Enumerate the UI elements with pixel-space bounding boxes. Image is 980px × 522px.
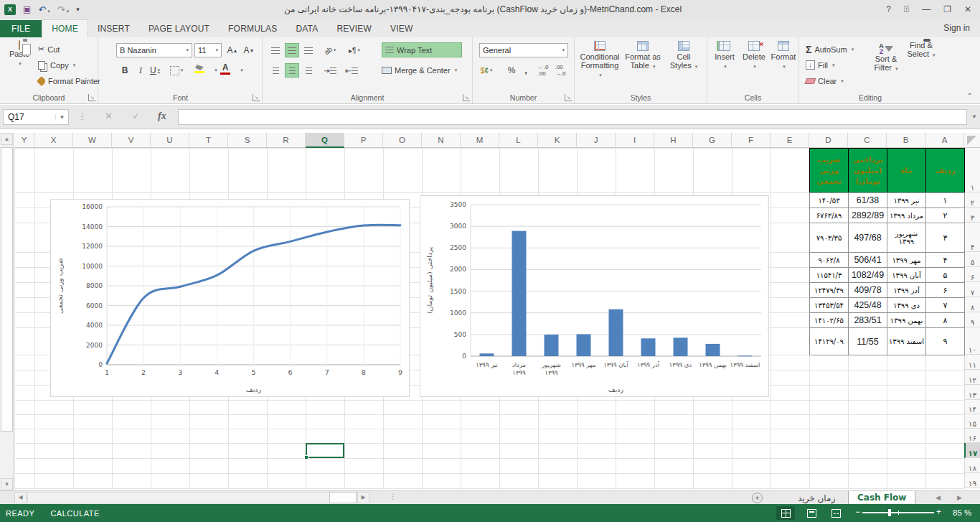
scroll-left-icon[interactable]: ◀ <box>14 492 27 503</box>
scroll-right-icon[interactable]: ▶ <box>357 492 369 503</box>
table-header-b[interactable]: ماه <box>887 148 926 193</box>
sheet-tab-Cash-Flow[interactable]: Cash Flow <box>848 491 915 505</box>
conditional-formatting-button[interactable]: ConditionalFormatting ▾ <box>579 39 621 80</box>
cell-B9[interactable]: بهمن ۱۳۹۹ <box>887 312 926 328</box>
column-header-B[interactable]: B <box>887 133 925 148</box>
clear-button[interactable]: Clear▾ <box>806 73 844 88</box>
horizontal-scroll-thumb[interactable] <box>329 492 357 503</box>
close-icon[interactable]: ✕ <box>964 4 971 14</box>
redo-icon[interactable]: ↷▾ <box>57 4 69 15</box>
decrease-decimal-button[interactable]: .00→.0 <box>553 63 567 78</box>
format-as-table-button[interactable]: Format asTable ▾ <box>622 39 664 71</box>
cell-B7[interactable]: آذر ۱۳۹۹ <box>887 282 926 298</box>
undo-icon[interactable]: ↶▾ <box>38 4 50 15</box>
cell-A10[interactable]: ۹ <box>925 327 965 355</box>
bar-chart[interactable]: 0500100015002000250030003500تیر ۱۳۹۹مردا… <box>420 195 769 397</box>
number-format-select[interactable]: General▾ <box>479 43 568 57</box>
scroll-down-icon[interactable]: ▼ <box>1 478 13 490</box>
cell-B3[interactable]: مرداد ۱۳۹۹ <box>887 208 926 223</box>
column-header-M[interactable]: M <box>461 133 499 148</box>
vertical-scrollbar[interactable]: ▲ ▼ <box>0 133 14 490</box>
orientation-button[interactable]: ab▾ <box>323 43 337 57</box>
grow-font-button[interactable]: A▲ <box>225 43 240 57</box>
horizontal-scrollbar[interactable] <box>27 492 356 503</box>
table-header-c[interactable]: پرداختی (میلیون تومان) <box>848 148 887 193</box>
font-size-select[interactable]: 11▾ <box>194 43 222 57</box>
column-header-K[interactable]: K <box>538 133 577 148</box>
cell-D4[interactable]: ۷۹۰۳/۳۵ <box>809 223 849 253</box>
minimize-icon[interactable]: — <box>922 4 930 14</box>
column-header-G[interactable]: G <box>693 133 732 148</box>
insert-button[interactable]: Insert▾ <box>710 39 739 70</box>
save-icon[interactable]: ▣ <box>23 4 31 14</box>
align-left-button[interactable] <box>268 63 283 78</box>
comma-style-button[interactable]: , <box>519 63 533 78</box>
column-header-T[interactable]: T <box>189 133 228 148</box>
format-button[interactable]: Format▾ <box>769 39 798 70</box>
font-dialog-launcher[interactable]: ↘ <box>253 94 260 101</box>
cell-A6[interactable]: ۵ <box>925 267 965 283</box>
cell-C4[interactable]: 497/68 <box>848 223 887 253</box>
column-header-F[interactable]: F <box>732 133 771 148</box>
column-header-P[interactable]: P <box>344 133 383 148</box>
autosum-button[interactable]: ΣAutoSum▾ <box>806 42 854 57</box>
fill-button[interactable]: ↓Fill▾ <box>806 57 835 73</box>
row-header-6[interactable]: ۶ <box>964 267 980 282</box>
borders-button[interactable]: ▾ <box>169 63 184 78</box>
cell-D9[interactable]: ۱۴۱۰۲/۶۵ <box>809 312 849 328</box>
bold-button[interactable]: B <box>118 63 132 78</box>
align-right-button[interactable] <box>301 63 316 78</box>
name-box[interactable]: Q17▼ <box>3 109 69 125</box>
cell-A2[interactable]: ۱ <box>925 192 965 208</box>
tab-data[interactable]: DATA <box>286 20 327 37</box>
column-header-Q[interactable]: Q <box>306 133 344 148</box>
fill-color-button[interactable] <box>192 62 207 76</box>
cell-C9[interactable]: 283/51 <box>848 312 887 328</box>
zoom-out-icon[interactable]: − <box>855 507 860 517</box>
cell-C6[interactable]: 1082/49 <box>848 267 887 283</box>
insert-function-icon[interactable]: fx <box>158 111 166 122</box>
accounting-format-button[interactable]: $¢▾ <box>479 63 494 78</box>
cell-D7[interactable]: ۱۲۴۷۹/۳۹ <box>809 282 849 298</box>
table-header-a[interactable]: ردیف <box>925 148 965 193</box>
column-header-I[interactable]: I <box>616 133 654 148</box>
enter-icon[interactable]: ✓ <box>132 111 140 121</box>
bottom-align-button[interactable] <box>301 43 316 57</box>
table-header-d[interactable]: ضریب وزنی تجمعی <box>809 148 849 193</box>
formula-input[interactable] <box>178 109 967 125</box>
zoom-slider-thumb[interactable] <box>888 509 891 516</box>
sheet-tab-زمان-خرید[interactable]: زمان خرید <box>789 491 844 505</box>
cell-C10[interactable]: 11/55 <box>848 327 887 355</box>
column-header-X[interactable]: X <box>34 133 73 148</box>
cell-A5[interactable]: ۴ <box>925 252 965 268</box>
line-chart[interactable]: 0200040006000800010000120001400016000123… <box>50 199 410 397</box>
page-layout-view-button[interactable] <box>802 506 821 520</box>
cell-C8[interactable]: 425/48 <box>848 297 887 313</box>
middle-align-button[interactable] <box>285 43 299 57</box>
restore-icon[interactable]: ❐ <box>943 4 951 14</box>
sign-in-link[interactable]: Sign in <box>943 23 970 33</box>
column-header-N[interactable]: N <box>422 133 461 148</box>
cell-B6[interactable]: آبان ۱۳۹۹ <box>887 267 926 283</box>
column-header-Y[interactable]: Y <box>14 133 34 148</box>
column-header-E[interactable]: E <box>771 133 809 148</box>
row-header-19[interactable]: ۱۹ <box>964 473 980 488</box>
cell-C7[interactable]: 409/78 <box>848 282 887 298</box>
row-header-9[interactable]: ۹ <box>964 312 980 327</box>
find-select-button[interactable]: Find &Select ▾ <box>904 39 938 60</box>
copy-button[interactable]: Copy▾ <box>38 57 75 73</box>
tab-insert[interactable]: INSERT <box>88 20 139 37</box>
shrink-font-button[interactable]: A▼ <box>242 43 256 57</box>
row-header-14[interactable]: ۱۴ <box>964 400 980 414</box>
cell-A7[interactable]: ۶ <box>925 282 965 298</box>
row-header-1[interactable]: ۱ <box>964 148 980 192</box>
tab-review[interactable]: REVIEW <box>327 20 381 37</box>
column-header-D[interactable]: D <box>809 133 848 148</box>
row-header-5[interactable]: ۵ <box>964 252 980 267</box>
font-color-button[interactable]: A <box>218 62 232 76</box>
delete-button[interactable]: ✕ Delete▾ <box>740 39 768 70</box>
sheet-nav-right-icon[interactable]: ▶ <box>957 494 962 501</box>
cell-A4[interactable]: ۳ <box>925 223 965 253</box>
column-header-W[interactable]: W <box>73 133 112 148</box>
tab-file[interactable]: FILE <box>0 20 42 37</box>
